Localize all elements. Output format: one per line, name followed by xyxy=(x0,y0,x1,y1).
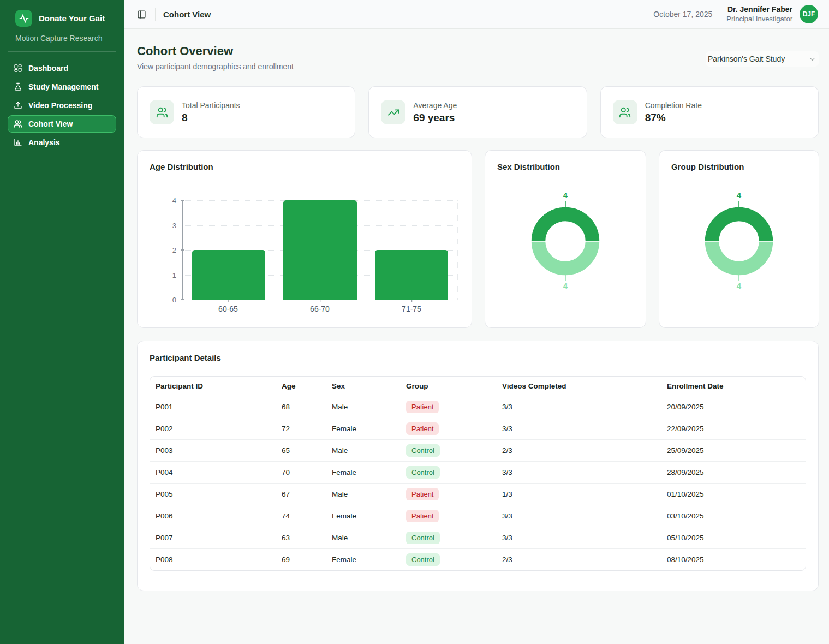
group-donut-chart: 44 xyxy=(673,177,804,308)
table-row[interactable]: P00272FemalePatient3/322/09/2025 xyxy=(150,418,806,439)
sidebar-item-cohort-view[interactable]: Cohort View xyxy=(8,115,116,133)
donut-value-label: 4 xyxy=(563,190,568,200)
upload-icon xyxy=(14,101,22,110)
app-name: Donate Your Gait xyxy=(39,14,105,23)
dashboard-icon xyxy=(14,64,22,73)
age-bar[interactable] xyxy=(192,250,265,300)
age-bar-chart: 01234 xyxy=(182,200,457,300)
column-header[interactable]: Enrollment Date xyxy=(661,377,806,396)
avatar[interactable]: DJF xyxy=(800,5,818,23)
table-body: P00168MalePatient3/320/09/2025P00272Fema… xyxy=(150,396,806,570)
cell-group: Control xyxy=(401,461,497,483)
cell-participant-id: P008 xyxy=(150,548,276,570)
group-badge: Control xyxy=(406,444,440,457)
stat-label: Total Participants xyxy=(182,101,240,110)
group-badge: Control xyxy=(406,466,440,479)
stat-icon-box xyxy=(381,100,405,124)
cell-participant-id: P003 xyxy=(150,439,276,461)
group-chart-title: Group Distribution xyxy=(659,151,819,171)
table-row[interactable]: P00567MalePatient1/301/10/2025 xyxy=(150,483,806,505)
group-badge: Patient xyxy=(406,510,439,522)
stat-icon-box xyxy=(150,100,174,124)
users-icon xyxy=(14,120,22,128)
column-header[interactable]: Group xyxy=(401,377,497,396)
donut-segment[interactable] xyxy=(531,241,600,276)
topbar-title: Cohort View xyxy=(163,10,211,19)
donut-segment[interactable] xyxy=(531,207,600,241)
stat-value: 69 years xyxy=(413,112,457,124)
table-row[interactable]: P00763MaleControl3/305/10/2025 xyxy=(150,527,806,548)
stat-label: Average Age xyxy=(413,101,457,110)
table-header-row: Participant IDAgeSexGroupVideos Complete… xyxy=(150,377,806,396)
sidebar-item-label: Study Management xyxy=(28,82,98,91)
sidebar-item-label: Dashboard xyxy=(28,64,68,73)
cell-group: Patient xyxy=(401,396,497,418)
group-badge: Control xyxy=(406,553,440,566)
table-row[interactable]: P00470FemaleControl3/328/09/2025 xyxy=(150,461,806,483)
group-badge: Control xyxy=(406,532,440,544)
cell-participant-id: P004 xyxy=(150,461,276,483)
cell-age: 72 xyxy=(276,418,326,439)
sidebar-item-study-management[interactable]: Study Management xyxy=(8,78,116,96)
sidebar-item-video-processing[interactable]: Video Processing xyxy=(8,97,116,114)
cell-videos-completed: 3/3 xyxy=(497,461,661,483)
cell-videos-completed: 3/3 xyxy=(497,527,661,548)
donut-value-label: 4 xyxy=(737,281,742,290)
cell-sex: Male xyxy=(326,483,401,505)
cell-participant-id: P001 xyxy=(150,396,276,418)
age-bar[interactable] xyxy=(375,250,448,300)
page-title: Cohort Overview xyxy=(137,44,294,58)
study-select[interactable]: Parkinson's Gait Study xyxy=(706,51,819,67)
donut-segment[interactable] xyxy=(705,241,773,276)
cell-sex: Female xyxy=(326,505,401,527)
sex-donut-chart: 44 xyxy=(500,177,631,308)
table-row[interactable]: P00869FemaleControl2/308/10/2025 xyxy=(150,548,806,570)
cell-age: 70 xyxy=(276,461,326,483)
table-row[interactable]: P00365MaleControl2/325/09/2025 xyxy=(150,439,806,461)
charts-row: Age Distribution 01234 60-6566-7071-75 S… xyxy=(137,150,819,328)
panel-left-icon xyxy=(137,10,146,19)
cell-enrollment-date: 28/09/2025 xyxy=(661,461,806,483)
cell-videos-completed: 3/3 xyxy=(497,396,661,418)
users-icon xyxy=(619,106,631,118)
cell-enrollment-date: 22/09/2025 xyxy=(661,418,806,439)
donut-value-label: 4 xyxy=(563,281,568,290)
cell-videos-completed: 3/3 xyxy=(497,505,661,527)
table-row[interactable]: P00168MalePatient3/320/09/2025 xyxy=(150,396,806,418)
stat-label: Completion Rate xyxy=(645,101,702,110)
cell-group: Patient xyxy=(401,505,497,527)
cell-enrollment-date: 05/10/2025 xyxy=(661,527,806,548)
donut-value-label: 4 xyxy=(737,190,742,200)
sidebar-item-analysis[interactable]: Analysis xyxy=(8,134,116,151)
cell-participant-id: P005 xyxy=(150,483,276,505)
cell-videos-completed: 2/3 xyxy=(497,548,661,570)
cell-enrollment-date: 08/10/2025 xyxy=(661,548,806,570)
user-name: Dr. Jennifer Faber xyxy=(726,4,792,14)
stat-icon-box xyxy=(613,100,637,124)
chevron-down-icon xyxy=(808,55,816,63)
sidebar-item-label: Analysis xyxy=(28,138,60,147)
column-header[interactable]: Sex xyxy=(326,377,401,396)
donut-segment[interactable] xyxy=(705,207,773,241)
table-row[interactable]: P00674FemalePatient3/303/10/2025 xyxy=(150,505,806,527)
sex-distribution-card: Sex Distribution 44 xyxy=(485,150,646,328)
x-axis-label: 71-75 xyxy=(366,305,457,313)
cell-sex: Female xyxy=(326,461,401,483)
column-header[interactable]: Age xyxy=(276,377,326,396)
sidebar-item-label: Cohort View xyxy=(28,120,73,128)
cell-sex: Male xyxy=(326,396,401,418)
sidebar-item-dashboard[interactable]: Dashboard xyxy=(8,59,116,77)
column-header[interactable]: Participant ID xyxy=(150,377,276,396)
sidebar-toggle-button[interactable] xyxy=(133,7,151,22)
page-content: Cohort Overview View participant demogra… xyxy=(124,29,829,644)
age-bar[interactable] xyxy=(283,200,356,300)
cell-age: 63 xyxy=(276,527,326,548)
table-title: Participant Details xyxy=(150,353,806,362)
column-header[interactable]: Videos Completed xyxy=(497,377,661,396)
group-badge: Patient xyxy=(406,422,439,435)
cell-enrollment-date: 25/09/2025 xyxy=(661,439,806,461)
users-icon xyxy=(156,106,168,118)
cell-participant-id: P006 xyxy=(150,505,276,527)
age-distribution-card: Age Distribution 01234 60-6566-7071-75 xyxy=(137,150,472,328)
stats-row: Total Participants8Average Age69 yearsCo… xyxy=(137,86,819,138)
